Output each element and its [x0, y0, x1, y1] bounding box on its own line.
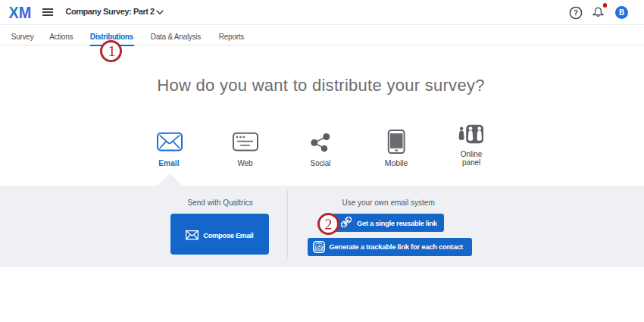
svg-text:XM: XM — [9, 5, 32, 21]
